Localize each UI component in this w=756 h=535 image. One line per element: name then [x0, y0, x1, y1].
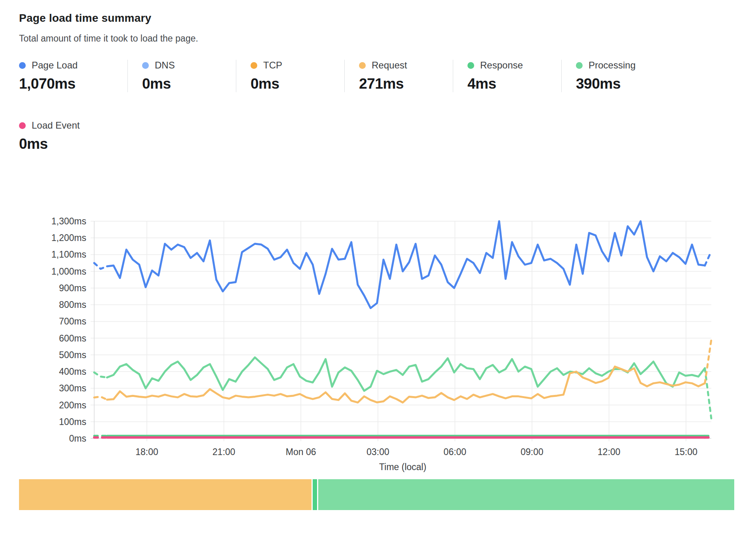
- load-time-chart[interactable]: 1,300ms1,200ms1,100ms1,000ms900ms800ms70…: [19, 212, 737, 473]
- series-color-dot: [251, 62, 257, 69]
- series-color-dot: [576, 62, 583, 69]
- series-label: Response: [480, 60, 523, 71]
- page-subtitle: Total amount of time it took to load the…: [19, 33, 737, 44]
- svg-text:400ms: 400ms: [59, 366, 86, 377]
- series-value: 0ms: [19, 136, 127, 152]
- series-value: 4ms: [467, 76, 561, 92]
- svg-text:800ms: 800ms: [59, 300, 86, 310]
- svg-text:18:00: 18:00: [135, 447, 158, 457]
- series-color-dot: [19, 62, 26, 69]
- svg-text:0ms: 0ms: [69, 433, 86, 444]
- svg-text:600ms: 600ms: [59, 333, 86, 343]
- legend-row-2: Load Event 0ms: [19, 120, 737, 152]
- legend-item-response: Response 4ms: [453, 60, 561, 92]
- series-label: DNS: [155, 60, 175, 71]
- legend-item-processing: Processing 390ms: [561, 60, 670, 92]
- svg-text:100ms: 100ms: [59, 417, 86, 427]
- series-color-dot: [359, 62, 366, 69]
- series-color-dot: [19, 122, 26, 129]
- series-value: 390ms: [576, 76, 670, 92]
- svg-text:1,200ms: 1,200ms: [51, 233, 86, 243]
- legend-row-1: Page Load 1,070ms DNS 0ms TCP 0ms Reques…: [19, 60, 737, 92]
- status-segment-1: [19, 479, 312, 510]
- status-segment-2: [313, 479, 317, 510]
- svg-text:1,300ms: 1,300ms: [51, 216, 86, 226]
- svg-text:500ms: 500ms: [59, 350, 86, 360]
- series-label: Request: [372, 60, 407, 71]
- svg-text:21:00: 21:00: [213, 447, 236, 457]
- series-value: 0ms: [142, 76, 236, 92]
- legend-item-tcp: TCP 0ms: [236, 60, 344, 92]
- svg-text:Time (local): Time (local): [379, 462, 426, 472]
- svg-text:1,000ms: 1,000ms: [51, 266, 86, 277]
- series-label: TCP: [263, 60, 282, 71]
- svg-text:12:00: 12:00: [598, 447, 621, 457]
- svg-text:700ms: 700ms: [59, 316, 86, 326]
- status-segment-3: [318, 479, 734, 510]
- status-timeline-bar: [19, 479, 735, 510]
- series-value: 271ms: [359, 76, 453, 92]
- svg-text:200ms: 200ms: [59, 400, 86, 410]
- legend-item-load-event: Load Event 0ms: [19, 120, 127, 152]
- legend-item-dns: DNS 0ms: [127, 60, 236, 92]
- series-color-dot: [142, 62, 149, 69]
- svg-text:06:00: 06:00: [444, 447, 467, 457]
- page-load-summary-panel: Page load time summary Total amount of t…: [19, 12, 737, 510]
- page-title: Page load time summary: [19, 12, 737, 25]
- legend-item-page-load: Page Load 1,070ms: [19, 60, 127, 92]
- series-value: 1,070ms: [19, 76, 127, 92]
- series-color-dot: [467, 62, 474, 69]
- series-label: Processing: [589, 60, 636, 71]
- series-label: Load Event: [32, 120, 80, 131]
- svg-text:1,100ms: 1,100ms: [51, 249, 86, 260]
- legend-item-request: Request 271ms: [344, 60, 453, 92]
- svg-text:300ms: 300ms: [59, 383, 86, 393]
- svg-text:Mon 06: Mon 06: [286, 447, 316, 457]
- svg-text:03:00: 03:00: [367, 447, 389, 457]
- svg-text:15:00: 15:00: [674, 447, 697, 457]
- svg-text:09:00: 09:00: [520, 447, 543, 457]
- svg-text:900ms: 900ms: [59, 283, 86, 293]
- series-value: 0ms: [251, 76, 344, 92]
- series-label: Page Load: [32, 60, 78, 71]
